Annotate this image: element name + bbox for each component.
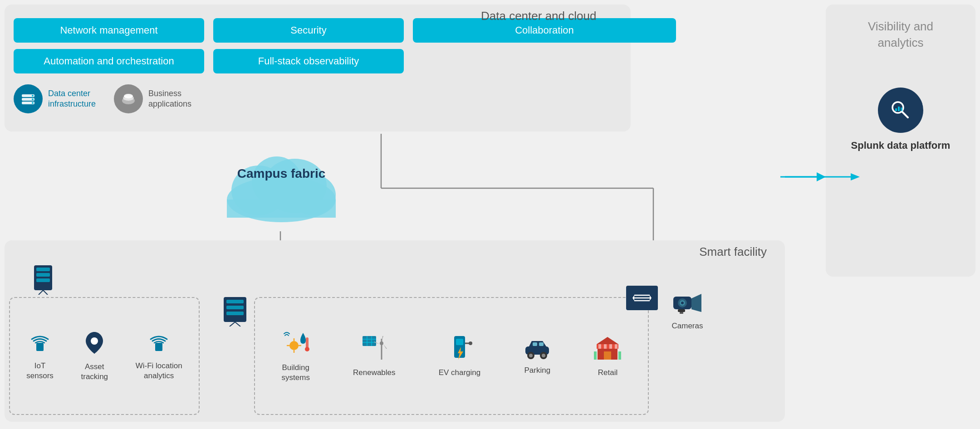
iot-sensors-item: IoTsensors [26,331,54,381]
observability-button[interactable]: Full-stack observability [213,49,404,73]
svg-point-69 [529,354,533,357]
iot-sensors-icon [28,331,52,356]
parking-icon [524,336,551,361]
building-switch-icon [217,295,253,327]
data-center-label: Data center and cloud [481,9,596,23]
automation-button[interactable]: Automation and orchestration [14,49,204,73]
svg-rect-42 [226,306,244,309]
renewables-icon [361,334,388,363]
svg-point-64 [469,341,472,345]
smart-facility-label: Smart facility [699,245,767,259]
svg-rect-34 [36,278,50,282]
svg-point-71 [542,354,545,357]
ev-charging-item: EV charging [439,334,481,378]
svg-point-15 [32,102,34,104]
svg-point-14 [32,98,34,100]
data-center-box: Data center and cloud Network management… [5,5,631,132]
svg-point-52 [305,347,309,351]
camera-icon [671,290,703,317]
security-button[interactable]: Security [213,18,404,43]
svg-rect-93 [678,309,685,312]
main-container: Data center and cloud Network management… [0,0,980,429]
ev-charging-icon [447,334,472,363]
svg-point-46 [289,341,299,350]
renewables-label: Renewables [353,368,396,378]
parking-label: Parking [524,366,551,375]
svg-rect-75 [598,344,601,349]
svg-rect-99 [898,107,900,111]
svg-line-45 [235,322,240,327]
retail-item: Retail [594,334,621,378]
svg-rect-94 [680,312,683,314]
svg-rect-61 [456,339,463,345]
camera-item: Cameras [671,290,703,331]
right-switch [626,286,658,310]
business-apps-icon [114,84,143,113]
business-apps-item: Businessapplications [114,84,191,113]
iot-container: IoTsensors Assettracking Wi-Fi locatio [9,297,200,415]
splunk-label: Splunk data platform [851,139,951,152]
icons-row: Data centerinfrastructure Businessapplic… [14,84,622,113]
business-apps-label: Businessapplications [148,88,191,110]
iot-sensors-label: IoTsensors [26,361,54,381]
svg-point-91 [681,302,684,304]
svg-rect-98 [895,108,897,111]
parking-item: Parking [524,336,551,375]
svg-rect-33 [36,273,50,277]
svg-rect-41 [226,300,244,303]
building-systems-item: Buildingsystems [282,329,310,383]
svg-rect-100 [901,107,902,111]
ev-charging-label: EV charging [439,368,481,378]
svg-rect-39 [155,343,162,351]
asset-tracking-icon [84,330,105,357]
svg-marker-92 [691,294,701,312]
right-switch-icon [626,286,658,310]
building-switch [217,295,253,327]
asset-tracking-item: Assettracking [81,330,108,382]
svg-rect-24 [227,200,336,218]
iot-hardware-device [25,263,61,295]
data-center-infra-item: Data centerinfrastructure [14,84,96,113]
cloud-container: Campus fabric [213,141,349,227]
building-systems-icon [282,329,309,358]
svg-line-44 [230,322,235,327]
svg-rect-32 [36,268,50,271]
svg-point-59 [380,341,383,345]
svg-line-35 [39,290,43,295]
svg-rect-67 [539,342,544,346]
svg-marker-102 [851,173,860,180]
svg-rect-78 [615,344,617,349]
svg-rect-66 [533,342,537,346]
splunk-icon [878,88,923,133]
visibility-label: Visibility andanalytics [868,18,933,51]
iot-hardware-icon [25,263,61,295]
campus-fabric-label: Campus fabric [237,166,326,182]
arrow-svg [780,168,871,186]
building-container: Buildingsystems Rene [254,297,649,415]
wifi-analytics-label: Wi-Fi locationanalytics [136,361,182,381]
campus-fabric-area: Campus fabric [213,141,349,227]
wifi-analytics-item: Wi-Fi locationanalytics [136,331,182,381]
svg-rect-43 [226,312,244,315]
visibility-panel: Visibility andanalytics Splunk data plat… [826,5,975,277]
svg-rect-77 [609,344,612,349]
retail-label: Retail [598,368,617,378]
svg-point-18 [124,94,133,98]
svg-rect-76 [604,344,607,349]
data-center-infra-icon [14,84,43,113]
retail-icon [594,334,621,363]
data-center-infra-label: Data centerinfrastructure [48,88,96,110]
wifi-analytics-icon [147,331,171,356]
svg-marker-79 [597,337,618,344]
svg-rect-73 [604,351,611,360]
svg-rect-80 [594,351,597,360]
svg-rect-37 [36,343,44,351]
svg-point-13 [32,95,34,97]
renewables-item: Renewables [353,334,396,378]
svg-rect-53 [363,336,376,346]
cloud-svg [213,141,349,227]
network-mgmt-button[interactable]: Network management [14,18,204,43]
svg-rect-51 [306,337,309,348]
svg-line-36 [43,290,48,295]
svg-rect-81 [618,351,621,360]
